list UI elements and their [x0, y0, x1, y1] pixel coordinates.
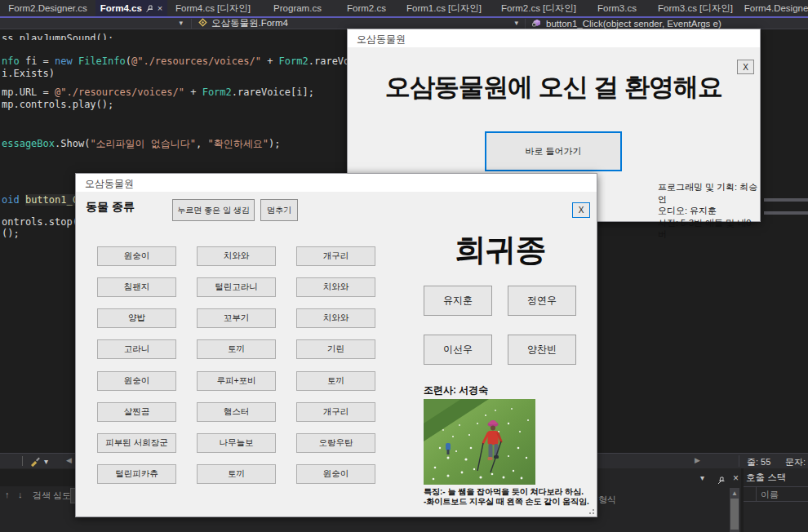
scrollbar-up-icon[interactable]: ▲ — [731, 490, 738, 497]
document-tab-program-cs[interactable]: Program.cs — [259, 0, 336, 16]
code-segment: essageBox — [2, 138, 55, 149]
call-stack-title[interactable]: 호출 스택 — [746, 472, 786, 484]
document-tab-form2-designer-cs[interactable]: Form2.Designer.cs — [0, 0, 95, 16]
animal-button-12[interactable]: 원숭이 — [97, 371, 176, 391]
trainer-traits-text: 특징:- 늘 쌤을 잡아먹을 듯이 쳐다보라 하심.-화이트보드 지우실 때 왼… — [424, 487, 597, 507]
call-stack-name-column[interactable]: 이름 — [761, 489, 779, 501]
scroll-left-icon[interactable]: ◀ — [66, 457, 72, 464]
animal-button-7[interactable]: 꼬부기 — [197, 308, 276, 328]
tab-label: Form1.cs [디자인] — [406, 2, 482, 15]
stop-button[interactable]: 멈추기 — [260, 199, 298, 221]
code-line: mp.URL = @"./resources/voices/" + Form2.… — [2, 87, 314, 98]
animal-button-19[interactable]: 나무늘보 — [197, 433, 276, 453]
animal-button-2[interactable]: 개구리 — [296, 246, 375, 266]
animal-button-15[interactable]: 살찐곰 — [97, 402, 176, 422]
welcome-form-titlebar[interactable]: 오삼동물원 — [348, 29, 760, 47]
panel-close-icon[interactable]: × — [733, 473, 739, 483]
animal-button-18[interactable]: 피부된 서희장군 — [97, 433, 176, 453]
project-dropdown[interactable]: ▾ — [0, 18, 189, 29]
document-tab-bar: Form2.Designer.csForm4.cs×Form4.cs [디자인]… — [0, 0, 808, 16]
animal-button-23[interactable]: 원숭이 — [296, 464, 375, 484]
code-line: (); — [2, 228, 20, 239]
animal-button-16[interactable]: 햄스터 — [197, 402, 276, 422]
scrollbar-thumb[interactable] — [730, 499, 739, 530]
animal-button-8[interactable]: 치와와 — [296, 308, 375, 328]
animal-button-14[interactable]: 토끼 — [296, 371, 375, 391]
document-tab-form3-cs[interactable]: Form3.cs — [586, 0, 648, 16]
enter-zoo-button[interactable]: 바로 들어가기 — [485, 131, 622, 171]
call-stack-header-border — [744, 501, 808, 502]
animal-button-22[interactable]: 토끼 — [197, 464, 276, 484]
animal-section-label: 동물 종류 — [86, 200, 135, 215]
animal-button-10[interactable]: 토끼 — [197, 339, 276, 359]
method-dropdown[interactable]: button1_Click(object sender, EventArgs e… — [527, 18, 808, 29]
zoo-form-titlebar[interactable]: 오삼동물원 — [76, 174, 597, 192]
animal-button-13[interactable]: 루피+포비 — [197, 371, 276, 391]
credit-line: 오디오: 유지훈 — [658, 205, 760, 217]
method-dropdown-value: button1_Click(object sender, EventArgs e… — [546, 19, 721, 29]
animal-button-9[interactable]: 고라니 — [97, 339, 176, 359]
navbar-divider — [191, 19, 192, 29]
navbar-divider — [525, 19, 526, 29]
panel-chevron-down-icon[interactable]: ▾ — [700, 474, 704, 482]
watch-scrollbar[interactable]: ▲ — [730, 488, 739, 532]
chevron-down-icon[interactable]: ▾ — [179, 20, 183, 27]
animal-button-21[interactable]: 털린피카츄 — [97, 464, 176, 484]
credit-line: 프로그래밍 및 기획: 최승언 — [658, 181, 760, 205]
code-segment: ( — [126, 55, 131, 67]
private-method-icon — [532, 18, 542, 29]
rare-button-1[interactable]: 정연우 — [508, 286, 576, 316]
close-tab-icon[interactable]: × — [158, 3, 162, 13]
code-segment: "소리파일이 없습니다" — [90, 138, 196, 149]
animal-button-17[interactable]: 개구리 — [296, 402, 375, 422]
tab-label: Form4.Designer.cs — [744, 3, 808, 13]
tab-label: Form3.cs — [597, 3, 637, 13]
document-tab-form2-cs[interactable]: Form2.cs — [336, 0, 397, 16]
code-segment: FileInfo — [78, 55, 126, 67]
code-segment: Form2 — [279, 55, 309, 67]
code-segment: ); — [269, 138, 280, 149]
code-segment: @"./resources/voices/" — [131, 55, 261, 67]
search-up-icon[interactable]: ↑ — [5, 490, 10, 499]
rare-button-2[interactable]: 이선우 — [424, 335, 492, 365]
code-line: mp.controls.play(); — [2, 100, 113, 110]
scroll-right-icon[interactable]: ▶ — [695, 457, 700, 464]
code-line-clipped: ss.playJumpSound(); — [2, 33, 113, 40]
document-tab-form4-designer-cs[interactable]: Form4.Designer.cs — [743, 0, 808, 16]
class-dropdown[interactable]: 오삼동물원.Form4 ▾ — [193, 18, 523, 29]
toolbar-divider — [22, 456, 23, 466]
rare-button-0[interactable]: 유지훈 — [424, 286, 492, 316]
good-thing-button[interactable]: 누르면 좋은 일 생김 — [172, 199, 255, 221]
animal-button-20[interactable]: 오랑우탄 — [296, 433, 375, 453]
animal-button-11[interactable]: 기린 — [296, 339, 375, 359]
rare-species-heading: 희귀종 — [402, 229, 598, 271]
search-depth-label: 검색 심도: — [33, 490, 73, 502]
code-segment: fi = — [25, 55, 55, 67]
rare-button-3[interactable]: 양찬빈 — [508, 335, 576, 365]
code-segment: ss.playJumpSound(); — [2, 33, 113, 40]
pin-icon[interactable] — [146, 5, 153, 12]
code-segment: mp.controls.play(); — [2, 99, 113, 110]
animal-button-0[interactable]: 원숭이 — [97, 246, 176, 266]
document-tab-form4-cs[interactable]: Form4.cs× — [95, 0, 167, 16]
animal-button-3[interactable]: 침팬지 — [97, 277, 176, 297]
animal-button-1[interactable]: 치와와 — [197, 246, 276, 266]
search-down-icon[interactable]: ↓ — [18, 490, 23, 499]
resize-grip[interactable] — [587, 507, 594, 514]
code-line: nfo fi = new FileInfo(@"./resources/voic… — [2, 56, 397, 67]
chevron-down-icon[interactable]: ▾ — [44, 458, 48, 466]
document-tab-form4-cs-[interactable]: Form4.cs [디자인] — [167, 0, 259, 16]
document-tab-form3-cs-[interactable]: Form3.cs [디자인] — [648, 0, 743, 16]
document-tab-form2-cs-[interactable]: Form2.cs [디자인] — [491, 0, 586, 16]
panel-pin-icon[interactable] — [717, 473, 726, 488]
panel-splitter[interactable] — [741, 468, 744, 532]
animal-button-4[interactable]: 털린고라니 — [197, 277, 276, 297]
credit-line: 사진: 5-3반 애들 및 네0버 — [658, 217, 760, 241]
editor-status-strip: ▶ 줄: 55 문자: — [596, 454, 808, 468]
animal-button-6[interactable]: 양밥 — [97, 308, 176, 328]
document-tab-form1-cs-[interactable]: Form1.cs [디자인] — [397, 0, 491, 16]
chevron-down-icon[interactable]: ▾ — [514, 20, 518, 27]
animal-button-5[interactable]: 치와와 — [296, 277, 375, 297]
zoo-close-button[interactable]: X — [572, 202, 590, 218]
class-icon — [198, 18, 207, 29]
